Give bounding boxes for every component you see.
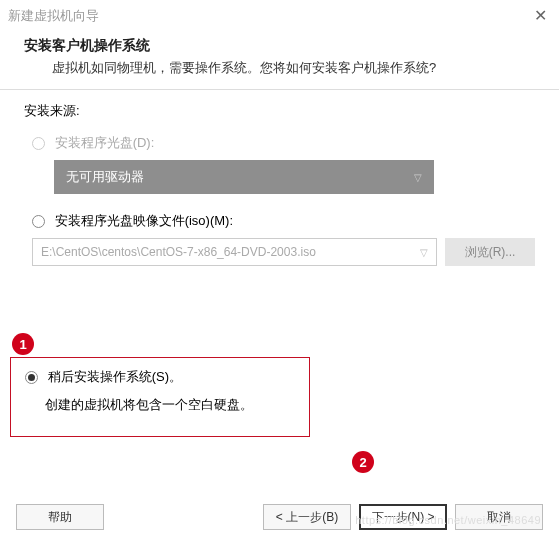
iso-path-input[interactable]: E:\CentOS\centos\CentOS-7-x86_64-DVD-200… xyxy=(32,238,437,266)
back-button[interactable]: < 上一步(B) xyxy=(263,504,351,530)
option-install-later[interactable]: 稍后安装操作系统(S)。 xyxy=(25,368,295,386)
option-install-later-box: 稍后安装操作系统(S)。 创建的虚拟机将包含一个空白硬盘。 xyxy=(10,357,310,437)
next-button[interactable]: 下一步(N) > xyxy=(359,504,447,530)
window-title: 新建虚拟机向导 xyxy=(8,7,99,25)
option-iso-label: 安装程序光盘映像文件(iso)(M): xyxy=(55,213,233,228)
iso-path-text: E:\CentOS\centos\CentOS-7-x86_64-DVD-200… xyxy=(41,245,316,259)
annotation-badge-1: 1 xyxy=(12,333,34,355)
disc-dropdown: 无可用驱动器 ▽ xyxy=(54,160,434,194)
option-disc-label: 安装程序光盘(D): xyxy=(55,135,155,150)
wizard-subtitle: 虚拟机如同物理机，需要操作系统。您将如何安装客户机操作系统? xyxy=(24,59,535,77)
radio-later[interactable] xyxy=(25,371,38,384)
option-installer-disc: 安装程序光盘(D): xyxy=(32,134,535,152)
disc-dropdown-text: 无可用驱动器 xyxy=(66,168,144,186)
option-later-desc: 创建的虚拟机将包含一个空白硬盘。 xyxy=(25,396,295,414)
help-button[interactable]: 帮助 xyxy=(16,504,104,530)
radio-iso[interactable] xyxy=(32,215,45,228)
source-label: 安装来源: xyxy=(24,102,535,120)
browse-button[interactable]: 浏览(R)... xyxy=(445,238,535,266)
chevron-down-icon: ▽ xyxy=(420,247,428,258)
annotation-badge-2: 2 xyxy=(352,451,374,473)
option-later-label: 稍后安装操作系统(S)。 xyxy=(48,369,182,384)
radio-disc xyxy=(32,137,45,150)
option-iso-file[interactable]: 安装程序光盘映像文件(iso)(M): xyxy=(32,212,535,230)
close-icon[interactable]: ✕ xyxy=(534,6,547,25)
wizard-title: 安装客户机操作系统 xyxy=(24,37,535,55)
chevron-down-icon: ▽ xyxy=(414,172,422,183)
cancel-button[interactable]: 取消 xyxy=(455,504,543,530)
